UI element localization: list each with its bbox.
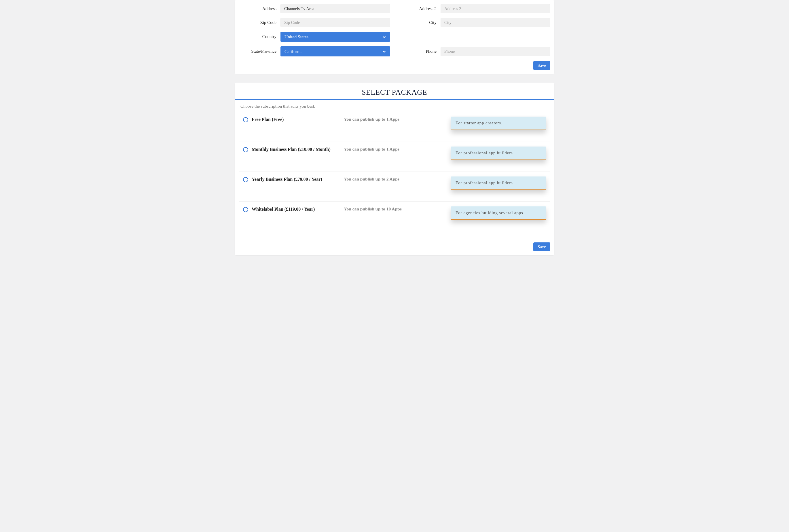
title-divider <box>235 99 554 100</box>
chevron-down-icon <box>382 35 386 39</box>
address2-label: Address 2 <box>399 6 440 11</box>
phone-input[interactable] <box>440 47 550 56</box>
zip-input[interactable] <box>280 18 390 27</box>
choose-text: Choose the subscription that suits you b… <box>239 104 550 109</box>
state-select[interactable]: California <box>280 46 390 56</box>
plan-desc: You can publish up to 2 Apps <box>344 176 399 182</box>
plan-radio[interactable] <box>243 177 248 182</box>
plan-desc: You can publish up to 10 Apps <box>344 206 402 211</box>
address-form-card: Address Address 2 Zip Code City Country <box>235 0 554 74</box>
city-label: City <box>399 20 440 25</box>
save-button[interactable]: Save <box>533 242 550 251</box>
plan-desc: You can publish up to 1 Apps <box>344 147 399 151</box>
address2-input[interactable] <box>440 4 550 13</box>
plan-row: Yearly Business Plan (£79.00 / Year) You… <box>239 172 550 202</box>
plan-list: Free Plan (Free) You can publish up to 1… <box>239 112 550 232</box>
chevron-down-icon <box>382 50 386 54</box>
plan-tag: For starter app creators. <box>451 117 546 130</box>
country-select[interactable]: United States <box>280 32 390 42</box>
plan-radio[interactable] <box>243 117 248 122</box>
plan-name: Yearly Business Plan (£79.00 / Year) <box>252 177 322 182</box>
plan-name: Whitelabel Plan (£119.00 / Year) <box>252 207 315 212</box>
plan-tag: For agencies building several apps <box>451 206 546 220</box>
country-value: United States <box>284 34 308 39</box>
zip-label: Zip Code <box>239 20 280 25</box>
package-title: SELECT PACKAGE <box>239 87 550 99</box>
plan-tag: For professional app builders. <box>451 147 546 160</box>
plan-row: Whitelabel Plan (£119.00 / Year) You can… <box>239 202 550 232</box>
plan-radio[interactable] <box>243 207 248 212</box>
address-input[interactable] <box>280 4 390 13</box>
plan-name: Free Plan (Free) <box>252 117 284 122</box>
phone-label: Phone <box>399 49 440 54</box>
plan-name: Monthly Business Plan (£10.00 / Month) <box>252 147 331 152</box>
plan-row: Free Plan (Free) You can publish up to 1… <box>239 112 550 142</box>
plan-radio[interactable] <box>243 147 248 152</box>
plan-row: Monthly Business Plan (£10.00 / Month) Y… <box>239 142 550 172</box>
country-label: Country <box>239 34 280 39</box>
save-button[interactable]: Save <box>533 61 550 70</box>
package-card: SELECT PACKAGE Choose the subscription t… <box>235 83 554 255</box>
plan-desc: You can publish up to 1 Apps <box>344 117 399 121</box>
state-label: State/Province <box>239 49 280 54</box>
state-value: California <box>284 49 303 54</box>
plan-tag: For professional app builders. <box>451 176 546 190</box>
address-label: Address <box>239 6 280 11</box>
city-input[interactable] <box>440 18 550 27</box>
